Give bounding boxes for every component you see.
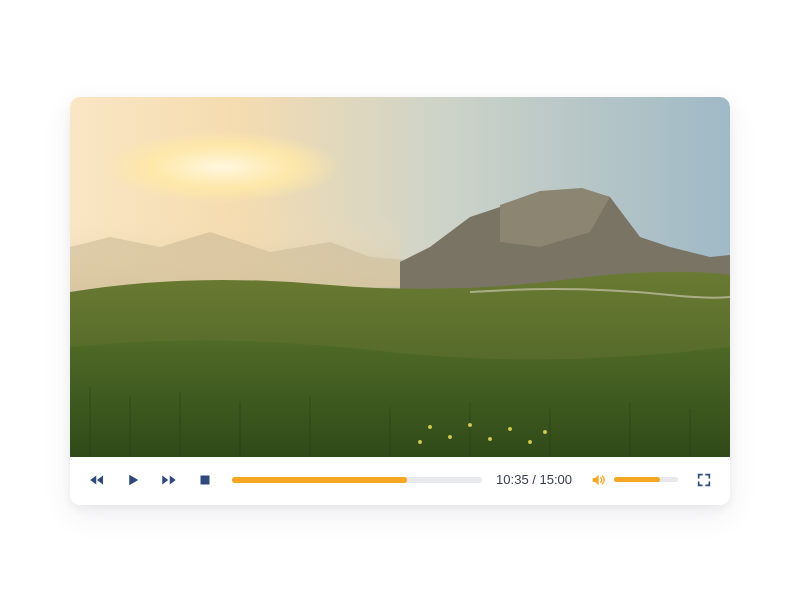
controls-bar: 10:35 / 15:00 <box>70 457 730 505</box>
stop-button[interactable] <box>196 471 214 489</box>
svg-rect-2 <box>70 217 400 287</box>
video-player: 10:35 / 15:00 <box>70 97 730 505</box>
play-icon <box>124 471 142 489</box>
svg-point-16 <box>488 437 492 441</box>
seek-bar[interactable] <box>232 477 482 483</box>
svg-point-13 <box>428 425 432 429</box>
volume-group <box>590 472 678 488</box>
svg-point-17 <box>508 427 512 431</box>
volume-icon <box>590 472 606 488</box>
volume-bar[interactable] <box>614 477 678 482</box>
play-button[interactable] <box>124 471 142 489</box>
video-viewport[interactable] <box>70 97 730 457</box>
svg-point-20 <box>543 430 547 434</box>
fullscreen-icon <box>696 472 712 488</box>
svg-rect-21 <box>201 475 210 484</box>
svg-point-15 <box>468 423 472 427</box>
seek-fill <box>232 477 407 483</box>
stop-icon <box>196 471 214 489</box>
forward-button[interactable] <box>160 471 178 489</box>
svg-point-18 <box>528 440 532 444</box>
fullscreen-button[interactable] <box>696 472 712 488</box>
time-display: 10:35 / 15:00 <box>496 472 572 487</box>
forward-icon <box>160 471 178 489</box>
volume-fill <box>614 477 660 482</box>
svg-point-19 <box>418 440 422 444</box>
svg-point-14 <box>448 435 452 439</box>
rewind-icon <box>88 471 106 489</box>
progress-group: 10:35 / 15:00 <box>232 472 572 487</box>
rewind-button[interactable] <box>88 471 106 489</box>
volume-button[interactable] <box>590 472 606 488</box>
